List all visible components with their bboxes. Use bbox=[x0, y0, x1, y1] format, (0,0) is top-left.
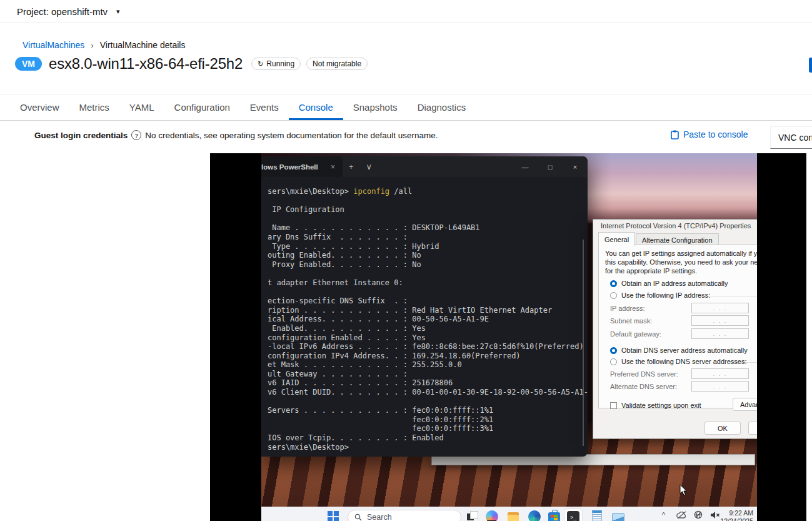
maximize-button[interactable]: □ bbox=[538, 156, 563, 177]
breadcrumb-link-virtualmachines[interactable]: VirtualMachines bbox=[23, 40, 84, 50]
actions-button-cut[interactable] bbox=[809, 58, 812, 73]
chevron-down-icon: ▾ bbox=[116, 8, 120, 16]
windows-taskbar[interactable]: Search M365 bbox=[261, 507, 757, 521]
advanced-button[interactable]: Advanced... bbox=[733, 398, 757, 411]
minimize-button[interactable]: — bbox=[513, 156, 538, 177]
not-migratable-badge[interactable]: Not migratable bbox=[306, 58, 368, 70]
notepad-icon bbox=[592, 510, 602, 521]
tab-events[interactable]: Events bbox=[240, 94, 289, 120]
sync-icon: ↻ bbox=[258, 61, 263, 68]
preferred-dns-label: Preferred DNS server: bbox=[610, 370, 678, 378]
paste-icon bbox=[671, 130, 679, 139]
clock-time: 9:22 AM bbox=[720, 509, 753, 517]
radio-use-ip[interactable]: Use the following IP address: bbox=[610, 291, 710, 299]
validate-settings-checkbox[interactable]: Validate settings upon exit bbox=[610, 402, 701, 409]
copilot-icon: M365 bbox=[486, 510, 498, 521]
preferred-dns-input[interactable]: . . . bbox=[691, 368, 749, 379]
terminal-prompt-line: sers\mxie\Desktop> ipconfig /all bbox=[268, 187, 588, 196]
paste-to-console-button[interactable]: Paste to console bbox=[671, 129, 748, 139]
radio-selected-icon bbox=[610, 280, 617, 287]
radio-obtain-ip[interactable]: Obtain an IP address automatically bbox=[610, 280, 728, 287]
alternate-dns-label: Alternate DNS server: bbox=[610, 383, 677, 390]
console-type-value: VNC console bbox=[778, 133, 812, 143]
tab-yaml[interactable]: YAML bbox=[119, 94, 164, 120]
ok-button[interactable]: OK bbox=[704, 422, 741, 435]
vnc-console-canvas[interactable]: lows PowerShell × + ∨ — □ × sers\mxie\De… bbox=[210, 153, 806, 521]
powershell-window[interactable]: lows PowerShell × + ∨ — □ × sers\mxie\De… bbox=[261, 156, 588, 457]
page-title: esx8.0-win11-x86-64-efi-25h2 bbox=[49, 55, 243, 73]
notepad-button[interactable] bbox=[590, 510, 604, 521]
ipv4-properties-dialog[interactable]: Internet Protocol Version 4 (TCP/IPv4) P… bbox=[593, 219, 757, 439]
cancel-button[interactable]: Cancel bbox=[748, 422, 757, 435]
task-view-button[interactable] bbox=[465, 510, 479, 521]
network-globe-icon[interactable] bbox=[694, 510, 703, 521]
dialog-intro-text: You can get IP settings assigned automat… bbox=[605, 249, 757, 275]
guest-credentials-message: No credentials, see operating system doc… bbox=[145, 131, 438, 140]
terminal-taskbar-button-active[interactable]: >_ bbox=[564, 508, 583, 521]
paste-to-console-label: Paste to console bbox=[683, 129, 748, 139]
terminal-scrollbar[interactable] bbox=[583, 240, 584, 446]
ip-address-input[interactable]: . . . bbox=[691, 303, 749, 313]
terminal-tab-title: lows PowerShell bbox=[261, 163, 318, 171]
search-icon bbox=[354, 513, 362, 521]
file-explorer-button[interactable] bbox=[506, 510, 520, 521]
taskbar-clock[interactable]: 9:22 AM 12/24/2025 bbox=[720, 509, 753, 521]
dialog-tab-general[interactable]: General bbox=[598, 232, 635, 246]
vm-screen[interactable]: lows PowerShell × + ∨ — □ × sers\mxie\De… bbox=[261, 153, 757, 521]
display-settings-icon bbox=[612, 513, 624, 521]
terminal-titlebar[interactable]: lows PowerShell × + ∨ — □ × bbox=[261, 156, 588, 177]
microsoft-store-icon bbox=[548, 512, 560, 521]
tab-bar: Overview Metrics YAML Configuration Even… bbox=[0, 94, 812, 121]
breadcrumb-current: VirtualMachine details bbox=[100, 40, 186, 50]
task-view-icon bbox=[465, 510, 479, 521]
console-type-select[interactable]: VNC console bbox=[770, 126, 812, 149]
close-button[interactable]: × bbox=[563, 156, 588, 177]
file-explorer-icon bbox=[506, 510, 520, 521]
alternate-dns-input[interactable]: . . . bbox=[691, 381, 749, 392]
onedrive-icon[interactable] bbox=[676, 510, 687, 521]
start-button[interactable] bbox=[326, 510, 340, 521]
tab-diagnostics[interactable]: Diagnostics bbox=[408, 94, 476, 120]
terminal-tab-powershell[interactable]: lows PowerShell × bbox=[261, 156, 343, 177]
not-migratable-label: Not migratable bbox=[313, 59, 361, 68]
tab-console[interactable]: Console bbox=[289, 94, 343, 120]
status-badge-running[interactable]: ↻ Running bbox=[251, 58, 301, 70]
edge-button[interactable] bbox=[528, 510, 541, 521]
tray-chevron-icon[interactable]: ^ bbox=[662, 511, 665, 518]
taskbar-search-box[interactable]: Search bbox=[348, 510, 461, 521]
vm-kind-badge: VM bbox=[15, 57, 42, 71]
radio-use-dns[interactable]: Use the following DNS server addresses: bbox=[610, 358, 747, 365]
radio-selected-icon bbox=[610, 347, 617, 354]
default-gateway-label: Default gateway: bbox=[610, 330, 661, 338]
tab-configuration[interactable]: Configuration bbox=[164, 94, 240, 120]
tab-dropdown-icon[interactable]: ∨ bbox=[360, 156, 379, 177]
radio-unselected-icon bbox=[610, 358, 617, 365]
masthead: Project: openshift-mtv ▾ bbox=[0, 0, 812, 23]
terminal-output: IP Configuration Name . . . . . . . . . … bbox=[268, 196, 588, 452]
breadcrumb: VirtualMachines › VirtualMachine details bbox=[23, 40, 185, 50]
checkbox-unchecked-icon bbox=[610, 402, 617, 409]
terminal-body[interactable]: sers\mxie\Desktop> ipconfig /all IP Conf… bbox=[261, 177, 588, 457]
tab-close-icon[interactable]: × bbox=[328, 163, 338, 171]
subnet-mask-label: Subnet mask: bbox=[610, 317, 652, 325]
status-badge-label: Running bbox=[266, 59, 294, 68]
display-settings-button[interactable] bbox=[611, 510, 625, 521]
microsoft-store-button[interactable] bbox=[547, 510, 561, 521]
copilot-button[interactable]: M365 bbox=[485, 510, 499, 521]
console-toolbar: Guest login credentials ? No credentials… bbox=[0, 121, 812, 153]
tab-snapshots[interactable]: Snapshots bbox=[343, 94, 408, 120]
new-tab-button[interactable]: + bbox=[343, 156, 360, 177]
subnet-mask-input[interactable]: . . . bbox=[691, 315, 749, 326]
vm-details-page: Project: openshift-mtv ▾ VirtualMachines… bbox=[0, 0, 812, 521]
project-selector-label: Project: openshift-mtv bbox=[17, 6, 108, 17]
help-icon[interactable]: ? bbox=[131, 130, 141, 140]
title-row: VM esx8.0-win11-x86-64-efi-25h2 ↻ Runnin… bbox=[15, 54, 373, 74]
default-gateway-input[interactable]: . . . bbox=[691, 328, 749, 339]
tab-metrics[interactable]: Metrics bbox=[69, 94, 119, 120]
dialog-tab-page: You can get IP settings assigned automat… bbox=[598, 245, 757, 408]
tab-overview[interactable]: Overview bbox=[10, 94, 69, 120]
project-selector[interactable]: Project: openshift-mtv ▾ bbox=[17, 6, 120, 17]
edge-icon bbox=[528, 510, 541, 521]
volume-muted-icon[interactable] bbox=[710, 510, 720, 521]
radio-obtain-dns[interactable]: Obtain DNS server address automatically bbox=[610, 346, 748, 354]
